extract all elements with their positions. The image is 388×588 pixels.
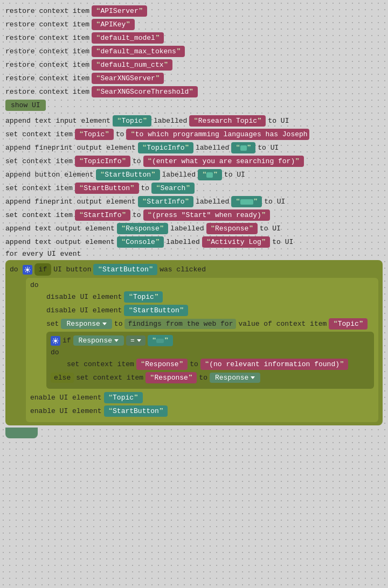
restore-apikey-row: restore context item ❝ APIKey ❞ xyxy=(5,19,383,30)
inner-do-row: do xyxy=(30,281,374,289)
startbutton-context-pill[interactable]: ❝ StartButton ❞ xyxy=(75,183,139,194)
startinfo-pill-1[interactable]: ❝ StartInfo ❞ xyxy=(138,196,193,207)
numctx-pill[interactable]: ❝ default_num_ctx ❞ xyxy=(92,59,172,71)
eq-pill[interactable]: = xyxy=(126,335,146,346)
for-every-label: for every UI event xyxy=(5,250,81,258)
topic-value-pill[interactable]: ❝ to which programming languages has Jos… xyxy=(126,129,309,140)
else-row: else set context item ❝ Response ❞ to Re… xyxy=(51,372,370,383)
apikey-pill[interactable]: ❝ APIKey ❞ xyxy=(92,19,135,30)
startinfo-value-pill[interactable]: ❝ (press "Start" when ready) ❞ xyxy=(143,209,271,221)
response-noinfo-context-pill[interactable]: ❝ Response ❞ xyxy=(136,359,188,370)
do-if-row: do if UI button ❝ StartButton ❞ was clic… xyxy=(10,263,378,276)
research-topic-pill[interactable]: ❝ Research Topic ❞ xyxy=(189,115,266,127)
topic-value-pill-2[interactable]: ❝ Topic ❞ xyxy=(329,318,368,330)
set-startbutton-row: set context item ❝ StartButton ❞ to ❝ Se… xyxy=(5,183,383,194)
disable-startbutton-row: disable UI element ❝ StartButton ❞ xyxy=(46,305,374,316)
restore-label-2: restore context item xyxy=(5,20,89,29)
append-topicinfo-row: append fineprint output element ❝ TopicI… xyxy=(5,142,383,153)
if-block-outer: if xyxy=(34,263,52,276)
do-label-inner-2: do xyxy=(51,348,59,356)
restore-label-4: restore context item xyxy=(5,47,89,55)
else-label: else xyxy=(51,373,74,383)
search-value-pill[interactable]: ❝ Search ❞ xyxy=(151,183,195,194)
topicinfo-pill-1[interactable]: ❝ TopicInfo ❞ xyxy=(138,142,193,153)
inner-if-row: if Response = ❝ ❞ xyxy=(51,335,370,346)
defaultmodel-pill[interactable]: ❝ default_model ❞ xyxy=(92,32,164,44)
restore-defaultmodel-row: restore context item ❝ default_model ❞ xyxy=(5,32,383,44)
restore-numctx-row: restore context item ❝ default_num_ctx ❞ xyxy=(5,59,383,71)
topicinfo-label-pill[interactable]: ❝ ❞ xyxy=(231,142,255,153)
restore-maxtokens-row: restore context item ❝ default_max_token… xyxy=(5,46,383,57)
apiserver-pill[interactable]: ❝ APIServer ❞ xyxy=(92,5,147,17)
startinfo-label-pill[interactable]: ❝ ❞ xyxy=(231,196,262,207)
enable-topic-row: enable UI element ❝ Topic ❞ xyxy=(30,392,374,403)
append-startbutton-row: append button element ❝ StartButton ❞ la… xyxy=(5,169,383,180)
append-response-row: append text output element ❝ Response ❞ … xyxy=(5,223,383,234)
gear-icon xyxy=(23,265,32,275)
enable-startbutton-pill[interactable]: ❝ StartButton ❞ xyxy=(104,405,168,417)
enable-topic-pill[interactable]: ❝ Topic ❞ xyxy=(104,392,143,403)
inner-if-container: if Response = ❝ ❞ do xyxy=(46,332,374,389)
show-ui-block: show UI xyxy=(5,100,46,111)
do-label-inner: do xyxy=(30,281,39,289)
disable-startbutton-pill[interactable]: ❝ StartButton ❞ xyxy=(124,305,188,316)
startbutton-pill-2[interactable]: ❝ StartButton ❞ xyxy=(93,264,157,275)
restore-apiserver-row: restore context item ❝ APIServer ❞ xyxy=(5,5,383,17)
append-console-row: append text output element ❝ Console ❞ l… xyxy=(5,236,383,248)
startbutton-pill-1[interactable]: ❝ StartButton ❞ xyxy=(96,169,160,180)
svg-point-0 xyxy=(26,268,29,271)
maxtokens-pill[interactable]: ❝ default_max_tokens ❞ xyxy=(92,46,185,57)
set-response-findings-row: set Response to findings from the web fo… xyxy=(46,318,374,330)
bottom-tab xyxy=(5,428,38,438)
response-dropdown-1[interactable]: Response xyxy=(61,319,112,329)
topicinfo-value-pill[interactable]: ❝ (enter what you are searching for) ❞ xyxy=(143,156,304,167)
topic-context-pill[interactable]: ❝ Topic ❞ xyxy=(75,129,114,140)
disable-topic-pill[interactable]: ❝ Topic ❞ xyxy=(124,291,163,303)
outer-for-container: do if UI button ❝ StartButton ❞ was clic… xyxy=(5,260,383,425)
for-every-block: for every UI event xyxy=(5,250,383,258)
response-dropdown-2[interactable]: Response xyxy=(73,335,124,346)
inner-do-block: do disable UI element ❝ Topic ❞ disable … xyxy=(26,278,378,422)
searxng-pill[interactable]: ❝ SearXNGServer ❞ xyxy=(92,73,164,84)
response-pill-1[interactable]: ❝ Response ❞ xyxy=(117,223,168,234)
set-response-noinfo-row: set context item ❝ Response ❞ to ❝ (no r… xyxy=(67,359,370,370)
eq-dropdown-arrow xyxy=(137,339,141,342)
show-ui-row: show UI xyxy=(5,100,383,113)
empty-value-pill[interactable]: ❝ ❞ xyxy=(148,335,173,346)
startbutton-label-pill[interactable]: ❝ ❞ xyxy=(198,169,222,180)
score-pill[interactable]: ❝ SearXNGScoreThreshold ❞ xyxy=(92,86,198,97)
set-topic-row: set context item ❝ Topic ❞ to ❝ to which… xyxy=(5,129,383,140)
topicinfo-context-pill[interactable]: ❝ TopicInfo ❞ xyxy=(75,156,130,167)
disable-topic-row: disable UI element ❝ Topic ❞ xyxy=(46,291,374,303)
dropdown-arrow-else xyxy=(251,376,255,379)
do-inner-2-row: do xyxy=(51,348,370,356)
gear-icon-2 xyxy=(51,336,60,346)
restore-score-row: restore context item ❝ SearXNGScoreThres… xyxy=(5,86,383,97)
response-label-pill[interactable]: ❝ Response ❞ xyxy=(206,223,258,234)
restore-label-1: restore context item xyxy=(5,7,89,15)
restore-label-6: restore context item xyxy=(5,74,89,82)
do-label-outer: do xyxy=(10,265,18,274)
startinfo-context-pill[interactable]: ❝ StartInfo ❞ xyxy=(75,209,130,221)
show-ui-label: show UI xyxy=(11,101,40,109)
enable-startbutton-row: enable UI element ❝ StartButton ❞ xyxy=(30,405,374,417)
dropdown-arrow-2 xyxy=(114,339,119,342)
activity-log-pill[interactable]: ❝ Activity Log ❞ xyxy=(202,236,271,248)
set-startinfo-row: set context item ❝ StartInfo ❞ to ❝ (pre… xyxy=(5,209,383,221)
noinfo-value-pill[interactable]: ❝ (no relevant information found) ❞ xyxy=(200,359,349,370)
response-else-context-pill[interactable]: ❝ Response ❞ xyxy=(146,372,197,383)
svg-point-1 xyxy=(54,339,57,342)
restore-label-3: restore context item xyxy=(5,34,89,42)
restore-label-7: restore context item xyxy=(5,88,89,96)
response-dropdown-else[interactable]: Response xyxy=(210,373,260,383)
dropdown-arrow-1 xyxy=(102,323,107,325)
topic-pill-1[interactable]: ❝ Topic ❞ xyxy=(113,115,151,127)
append-topic-row: append text input element ❝ Topic ❞ labe… xyxy=(5,115,383,127)
console-pill-1[interactable]: ❝ Console ❞ xyxy=(117,236,164,248)
append-startinfo-row: append fineprint output element ❝ StartI… xyxy=(5,196,383,207)
set-topicinfo-row: set context item ❝ TopicInfo ❞ to ❝ (ent… xyxy=(5,156,383,167)
restore-searxng-row: restore context item ❝ SearXNGServer ❞ xyxy=(5,73,383,84)
restore-label-5: restore context item xyxy=(5,61,89,69)
